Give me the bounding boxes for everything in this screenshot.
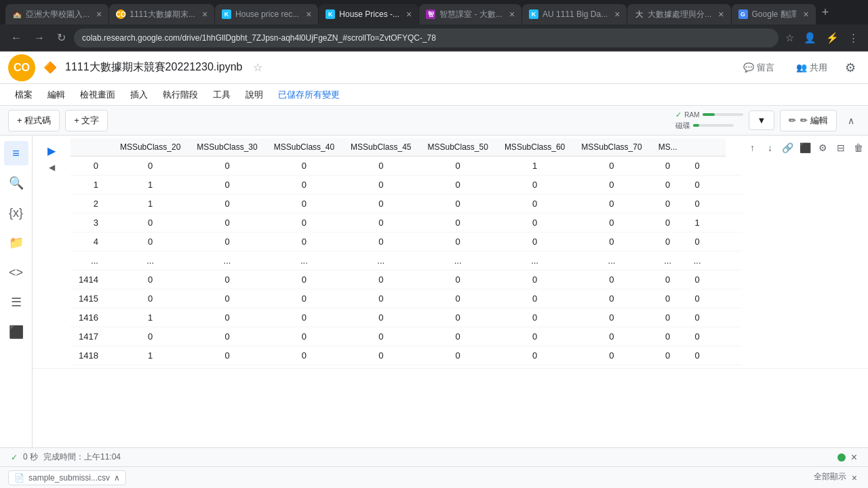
- cell-value: 0: [650, 176, 686, 195]
- move-up-button[interactable]: ↑: [745, 140, 761, 156]
- add-text-button[interactable]: + 文字: [65, 110, 108, 131]
- sidebar-icon-table[interactable]: ☰: [4, 290, 28, 314]
- col-mssubclass40: MSSubClass_40: [266, 138, 342, 157]
- tab-house-price-rec[interactable]: K House price rec... ×: [215, 4, 318, 24]
- refresh-button[interactable]: ↻: [53, 28, 70, 47]
- tab-close-7[interactable]: ×: [718, 9, 724, 20]
- tab-google-translate[interactable]: G Google 翻譯 ×: [732, 4, 816, 24]
- cell-value: 0: [650, 270, 686, 289]
- cell-extra: [726, 289, 742, 308]
- minimize-button[interactable]: ⊟: [833, 140, 849, 156]
- cell-value: ...: [496, 251, 573, 270]
- menu-file[interactable]: 檔案: [8, 86, 39, 104]
- tab-label-6: AU 1111 Big Da...: [542, 9, 608, 19]
- sidebar-icon-menu[interactable]: ≡: [4, 141, 28, 165]
- drive-icon: 🔶: [43, 61, 57, 74]
- cell-value: 0: [342, 289, 419, 308]
- tab-colab[interactable]: CO 1111大數據期末... ×: [109, 4, 214, 24]
- star-icon[interactable]: ☆: [253, 61, 262, 74]
- cell-value: 0: [112, 270, 189, 289]
- table-row: 0000001000: [71, 157, 742, 176]
- menu-insert[interactable]: 插入: [123, 86, 155, 104]
- menu-help[interactable]: 說明: [239, 86, 270, 104]
- cell-value: 0: [189, 157, 265, 176]
- cell-extra: [709, 251, 726, 270]
- link-button[interactable]: 🔗: [780, 140, 796, 156]
- notebook-title[interactable]: 1111大數據期末競賽20221230.ipynb: [65, 60, 242, 75]
- tab-asia-univ[interactable]: 🏫 亞洲大學校園入... ×: [5, 4, 108, 24]
- menu-tools[interactable]: 工具: [206, 86, 237, 104]
- browser-window: 🏫 亞洲大學校園入... × CO 1111大數據期末... × K House…: [0, 0, 868, 488]
- menu-runtime[interactable]: 執行階段: [156, 86, 205, 104]
- cell-value: 0: [686, 346, 709, 365]
- delete-button[interactable]: 🗑: [850, 140, 867, 156]
- menu-button[interactable]: ⋮: [846, 29, 861, 47]
- tab-close-1[interactable]: ×: [96, 9, 102, 20]
- row-index: 1415: [71, 289, 112, 308]
- comment-button[interactable]: 💬 留言: [735, 58, 783, 78]
- tab-close-8[interactable]: ×: [804, 9, 809, 20]
- edit-button[interactable]: ✏ ✏ 編輯: [780, 110, 837, 131]
- tab-house-prices[interactable]: K House Prices -... ×: [319, 4, 418, 24]
- output-toggle[interactable]: ◀: [49, 163, 55, 172]
- data-table: MSSubClass_20 MSSubClass_30 MSSubClass_4…: [71, 138, 742, 365]
- show-all-label[interactable]: 全部顯示: [814, 471, 846, 485]
- menu-edit[interactable]: 編輯: [41, 86, 72, 104]
- col-mssubclass60: MSSubClass_60: [496, 138, 573, 157]
- menu-saved: 已儲存所有變更: [271, 86, 347, 104]
- tab-label-4: House Prices -...: [339, 9, 399, 19]
- tab-bigdata-process[interactable]: 大 大數據處理與分... ×: [627, 4, 730, 24]
- tab-close-2[interactable]: ×: [202, 9, 208, 20]
- cell-value: 0: [112, 289, 189, 308]
- menu-view[interactable]: 檢視畫面: [73, 86, 122, 104]
- cell-extra: [709, 232, 726, 251]
- tab-label-7: 大數據處理與分...: [648, 9, 711, 20]
- sidebar-icon-code[interactable]: <>: [4, 260, 28, 285]
- cell-extra: [726, 251, 742, 270]
- col-mssubclass30: MSSubClass_30: [189, 138, 265, 157]
- cell-value: 0: [573, 289, 650, 308]
- tab-close-3[interactable]: ×: [306, 9, 311, 20]
- expand-icon[interactable]: ∧: [114, 473, 120, 483]
- cell-value: 0: [496, 176, 573, 195]
- tab-close-6[interactable]: ×: [614, 9, 620, 20]
- tab-au-bigdata[interactable]: K AU 1111 Big Da... ×: [522, 4, 627, 24]
- cell-value: 0: [342, 327, 419, 346]
- address-bar[interactable]: [74, 28, 778, 47]
- sidebar-icon-files[interactable]: 📁: [4, 230, 28, 255]
- status-close-button[interactable]: ×: [851, 451, 857, 464]
- cell-value: 0: [496, 214, 573, 232]
- tab-close-4[interactable]: ×: [406, 9, 412, 20]
- bookmark-button[interactable]: ☆: [783, 29, 797, 47]
- forward-button[interactable]: →: [30, 29, 49, 47]
- table-row: 1417000000000: [71, 327, 742, 346]
- cell-settings-button[interactable]: ⚙: [815, 140, 831, 156]
- sidebar-icon-search[interactable]: 🔍: [4, 171, 28, 195]
- tab-close-5[interactable]: ×: [509, 9, 515, 20]
- move-down-button[interactable]: ↓: [762, 140, 778, 156]
- new-tab-button[interactable]: +: [816, 3, 835, 22]
- cell-value: ...: [650, 251, 686, 270]
- close-bottom-button[interactable]: ×: [849, 471, 860, 485]
- cell-value: 0: [189, 270, 265, 289]
- sidebar-icon-terminal[interactable]: ⬛: [4, 320, 28, 344]
- code-button[interactable]: ⬛: [797, 140, 814, 156]
- add-code-button[interactable]: + 程式碼: [8, 110, 60, 131]
- cell-value: 0: [266, 327, 342, 346]
- run-cell-button[interactable]: ▶: [42, 141, 61, 160]
- cell-extra: [709, 157, 726, 176]
- table-row: 1414000000000: [71, 270, 742, 289]
- cell-value: 0: [189, 327, 265, 346]
- profile-button[interactable]: 👤: [801, 29, 819, 47]
- bottom-expand: 全部顯示 ×: [814, 471, 860, 485]
- share-button[interactable]: 👥 共用: [788, 58, 835, 78]
- runtime-dropdown[interactable]: ▼: [749, 110, 775, 130]
- cell-value: 0: [112, 327, 189, 346]
- extensions-button[interactable]: ⚡: [823, 29, 842, 47]
- back-button[interactable]: ←: [7, 29, 26, 47]
- cell-value: 0: [573, 232, 650, 251]
- collapse-button[interactable]: ∧: [842, 113, 860, 129]
- settings-button[interactable]: ⚙: [841, 56, 860, 79]
- sidebar-icon-variables[interactable]: {x}: [4, 201, 28, 225]
- tab-smartclass[interactable]: 智 智慧課室 - 大數... ×: [419, 4, 521, 24]
